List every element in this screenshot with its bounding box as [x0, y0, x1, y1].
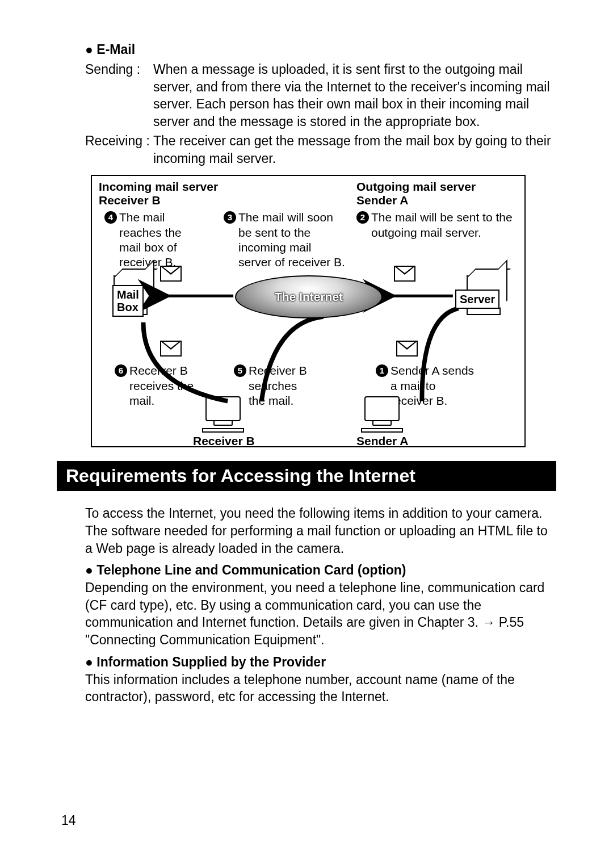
receiver-b-top-label: Receiver B	[99, 193, 161, 208]
envelope-icon	[394, 266, 415, 282]
outgoing-server-label: Outgoing mail server	[356, 179, 476, 194]
incoming-server-label: Incoming mail server	[99, 179, 218, 194]
telephone-line-heading: Telephone Line and Communication Card (o…	[85, 563, 556, 578]
mailbox-label: Mail Box	[112, 285, 144, 317]
step-3-badge: 3	[224, 211, 236, 224]
section-title-bar: Requirements for Accessing the Internet	[57, 461, 556, 491]
sending-row: Sending : When a message is uploaded, it…	[85, 61, 556, 130]
step-2-badge: 2	[356, 211, 369, 224]
step-4: 4The mail reaches the mail box of receiv…	[104, 210, 218, 270]
keyboard-icon	[361, 428, 403, 433]
step-5-badge: 5	[234, 364, 246, 377]
provider-info-heading: Information Supplied by the Provider	[85, 655, 556, 670]
receiving-row: Receiving : The receiver can get the mes…	[85, 132, 556, 167]
receiving-body: The receiver can get the message from th…	[153, 132, 556, 167]
receiver-b-bottom-label: Receiver B	[193, 434, 255, 448]
sending-term: Sending :	[85, 61, 153, 130]
receiving-term: Receiving :	[85, 132, 153, 167]
provider-info-body: This information includes a telephone nu…	[85, 671, 556, 706]
page-number: 14	[61, 813, 76, 828]
step-4-badge: 4	[104, 211, 117, 224]
envelope-icon	[396, 341, 418, 357]
email-diagram: Incoming mail server Receiver B Outgoing…	[91, 175, 526, 447]
monitor-icon	[364, 396, 400, 421]
step-1-badge: 1	[376, 364, 388, 377]
sender-a-bottom-label: Sender A	[356, 434, 408, 448]
server-label: Server	[455, 290, 499, 309]
step-2: 2The mail will be sent to the outgoing m…	[356, 210, 521, 240]
envelope-icon	[160, 266, 182, 282]
keyboard-icon	[202, 428, 244, 433]
envelope-icon	[160, 341, 182, 357]
requirements-intro: To access the Internet, you need the fol…	[85, 505, 556, 557]
step-6-badge: 6	[115, 364, 127, 377]
email-heading: E-Mail	[85, 42, 556, 57]
monitor-icon	[205, 396, 241, 421]
sending-body: When a message is uploaded, it is sent f…	[153, 61, 556, 130]
internet-oval: The Internet	[235, 275, 383, 318]
sender-a-top-label: Sender A	[356, 193, 408, 208]
step-6: 6Receiver B receives the mail.	[115, 363, 211, 408]
step-5: 5Receiver B searches the mail.	[234, 363, 330, 408]
telephone-line-body: Depending on the environment, you need a…	[85, 579, 556, 648]
step-3: 3The mail will soon be sent to the incom…	[224, 210, 349, 270]
